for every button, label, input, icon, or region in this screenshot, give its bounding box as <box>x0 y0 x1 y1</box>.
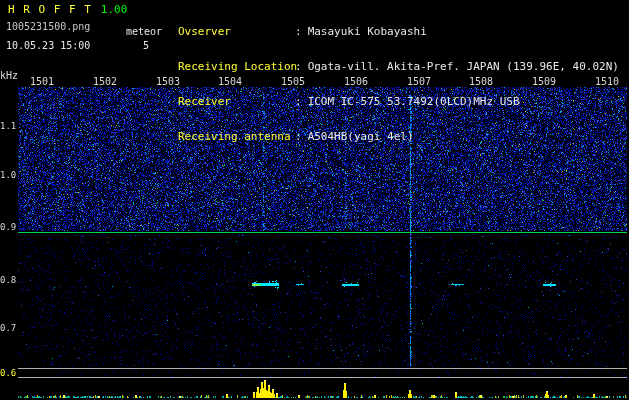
info-value: ICOM IC-575 53.7492(0LCD)MHz USB <box>308 95 520 108</box>
app-version: 1.00 <box>101 3 128 16</box>
info-label: Receiving antenna <box>178 131 295 142</box>
info-label: Receiving Location <box>178 61 295 72</box>
meteor-count-label: meteor <box>126 27 162 37</box>
x-tick-1509: 1509 <box>531 77 557 87</box>
info-value: Masayuki Kobayashi <box>308 25 427 38</box>
x-tick-1507: 1507 <box>406 77 432 87</box>
info-value: A504HB(yagi 4el) <box>308 130 414 143</box>
hrofft-screen: H R O F F T1.00 1005231500.png meteor 5 … <box>0 0 629 400</box>
info-label: Ovserver <box>178 26 295 37</box>
x-tick-1508: 1508 <box>468 77 494 87</box>
y-tick-0-6: 0.6 <box>0 369 18 378</box>
info-separator: : <box>295 130 302 143</box>
x-tick-1503: 1503 <box>155 77 181 87</box>
y-tick-1-1: 1.1 <box>0 122 18 131</box>
y-tick-1-0: 1.0 <box>0 171 18 180</box>
info-value: Ogata-vill. Akita-Pref. JAPAN (139.96E, … <box>308 60 619 73</box>
app-name: H R O F F T <box>8 3 92 16</box>
info-separator: : <box>295 60 302 73</box>
x-tick-1505: 1505 <box>280 77 306 87</box>
app-title: H R O F F T1.00 <box>8 4 127 15</box>
y-axis-unit: kHz <box>0 71 18 81</box>
info-row-observer: Ovserver:Masayuki Kobayashi <box>178 26 619 39</box>
observation-timestamp: 10.05.23 15:00 <box>6 41 90 51</box>
x-tick-1501: 1501 <box>29 77 55 87</box>
info-row-receiver: Receiver:ICOM IC-575 53.7492(0LCD)MHz US… <box>178 96 619 109</box>
y-tick-0-7: 0.7 <box>0 324 18 333</box>
y-tick-0-9: 0.9 <box>0 223 18 232</box>
info-label: Receiver <box>178 96 295 107</box>
x-tick-1510: 1510 <box>594 77 620 87</box>
meteor-count-value: 5 <box>143 41 149 51</box>
info-separator: : <box>295 95 302 108</box>
x-tick-1506: 1506 <box>343 77 369 87</box>
x-tick-1502: 1502 <box>92 77 118 87</box>
y-tick-0-8: 0.8 <box>0 276 18 285</box>
output-filename: 1005231500.png <box>6 22 90 32</box>
info-row-location: Receiving Location:Ogata-vill. Akita-Pre… <box>178 61 619 74</box>
x-tick-1504: 1504 <box>217 77 243 87</box>
info-row-antenna: Receiving antenna:A504HB(yagi 4el) <box>178 131 619 144</box>
info-separator: : <box>295 25 302 38</box>
